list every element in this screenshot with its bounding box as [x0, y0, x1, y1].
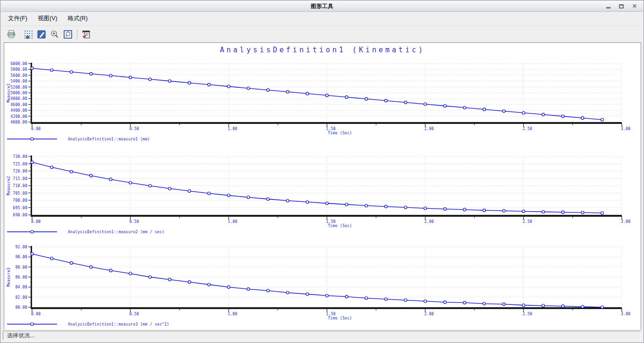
x-axis-line	[31, 215, 622, 217]
data-point-marker	[444, 105, 446, 107]
y-tick-label: 690.00	[13, 213, 27, 217]
data-point-marker	[326, 202, 329, 205]
legend-marker	[31, 230, 33, 233]
data-point-marker	[404, 206, 407, 209]
data-point-marker	[90, 73, 92, 75]
x-tick-label: 3.00	[621, 127, 630, 131]
data-point-marker	[31, 67, 33, 70]
data-point-marker	[444, 301, 446, 303]
data-point-marker	[581, 211, 584, 214]
data-point-marker	[207, 83, 210, 86]
maximize-button[interactable]	[618, 2, 625, 10]
data-point-marker	[286, 291, 289, 294]
x-tick-label: 2.50	[523, 220, 532, 224]
chart-measure2: 730.00725.00720.00715.00710.00705.00700.…	[4, 151, 641, 236]
maximize-icon	[619, 4, 624, 8]
data-point-marker	[404, 299, 407, 302]
data-point-marker	[207, 192, 210, 195]
series-line	[32, 254, 602, 307]
x-tick-label: 2.00	[424, 312, 434, 316]
toolbar-separator	[77, 29, 77, 40]
data-point-marker	[188, 189, 191, 192]
data-point-marker	[149, 276, 151, 278]
series-line	[32, 68, 602, 120]
data-point-marker	[345, 96, 348, 98]
chart-title: AnalysisDefinition1 (Kinematic)	[4, 46, 641, 54]
menu-item-file[interactable]: 文件(F)	[3, 12, 33, 25]
menu-item-view[interactable]: 视图(V)	[33, 12, 63, 25]
data-point-marker	[601, 118, 603, 121]
x-axis-title: Time (Sec)	[328, 316, 352, 320]
print-button[interactable]	[5, 28, 17, 41]
y-tick-label: 5800.00	[10, 67, 27, 72]
data-point-marker	[129, 272, 132, 275]
legend-label: AnalysisDefinition1::measure1 (mm)	[68, 137, 150, 141]
edit-graph-button[interactable]	[35, 28, 48, 41]
data-point-marker	[463, 106, 466, 109]
zoom-in-button[interactable]	[49, 28, 61, 41]
y-tick-label: 5000.00	[10, 91, 27, 95]
data-point-marker	[326, 94, 329, 97]
y-tick-label: 705.00	[13, 191, 27, 196]
y-axis-title: Measure2	[7, 176, 11, 196]
data-point-marker	[542, 210, 545, 213]
data-point-marker	[109, 74, 112, 77]
menubar: 文件(F) 视图(V) 格式(R)	[1, 12, 643, 26]
x-tick-label: 2.00	[424, 127, 434, 131]
y-tick-label: 700.00	[13, 198, 27, 203]
grid-settings-button[interactable]	[22, 28, 34, 41]
data-point-marker	[581, 116, 584, 119]
data-point-marker	[385, 205, 388, 208]
y-tick-label: 86.00	[15, 275, 27, 279]
y-axis-line	[31, 63, 32, 124]
y-tick-label: 4000.00	[10, 120, 27, 124]
data-point-marker	[345, 295, 348, 298]
x-tick-label: 2.50	[523, 127, 532, 131]
zoom-window-button[interactable]	[62, 28, 74, 41]
data-point-marker	[31, 161, 33, 163]
data-point-marker	[483, 209, 486, 212]
y-tick-label: 88.00	[15, 265, 27, 270]
x-axis-line	[31, 122, 622, 124]
data-point-marker	[50, 166, 53, 169]
y-tick-label: 92.00	[15, 245, 27, 249]
data-point-marker	[365, 297, 368, 300]
x-tick-label: 0.00	[31, 312, 41, 316]
data-point-marker	[149, 184, 151, 187]
x-tick-label: 1.00	[228, 312, 237, 316]
close-button[interactable]: ✕	[631, 2, 638, 10]
data-point-marker	[227, 194, 230, 197]
x-tick-label: 1.50	[326, 220, 336, 224]
data-point-marker	[483, 302, 486, 305]
data-point-marker	[561, 305, 564, 308]
x-tick-label: 2.50	[523, 312, 532, 316]
x-axis-line	[31, 307, 622, 309]
x-tick-label: 1.00	[228, 220, 237, 224]
data-point-marker	[207, 283, 210, 286]
x-tick-label: 3.00	[621, 220, 630, 224]
data-point-marker	[522, 210, 525, 213]
data-point-marker	[601, 212, 603, 214]
data-point-marker	[522, 111, 525, 114]
y-tick-label: 715.00	[13, 177, 27, 181]
data-point-marker	[247, 288, 250, 291]
chart-measure3: 92.0090.0088.0086.0084.0082.0080.000.000…	[4, 242, 641, 329]
graph-canvas: AnalysisDefinition1 (Kinematic) 6000.005…	[4, 42, 641, 330]
data-point-marker	[463, 301, 466, 304]
legend-marker	[31, 138, 33, 140]
series-line	[32, 162, 602, 213]
y-tick-label: 725.00	[13, 162, 27, 166]
window-title: 图形工具	[1, 2, 643, 10]
data-point-marker	[561, 115, 564, 118]
data-point-marker	[424, 207, 427, 210]
menu-item-format[interactable]: 格式(R)	[63, 12, 93, 25]
data-point-marker	[266, 289, 269, 292]
zoom-window-icon	[63, 30, 73, 39]
grid-settings-icon	[24, 30, 33, 39]
export-spreadsheet-button[interactable]	[80, 28, 92, 41]
minimize-button[interactable]	[604, 2, 612, 10]
data-point-marker	[168, 278, 171, 281]
data-point-marker	[227, 85, 230, 88]
y-axis-line	[31, 155, 32, 217]
data-point-marker	[601, 306, 603, 309]
